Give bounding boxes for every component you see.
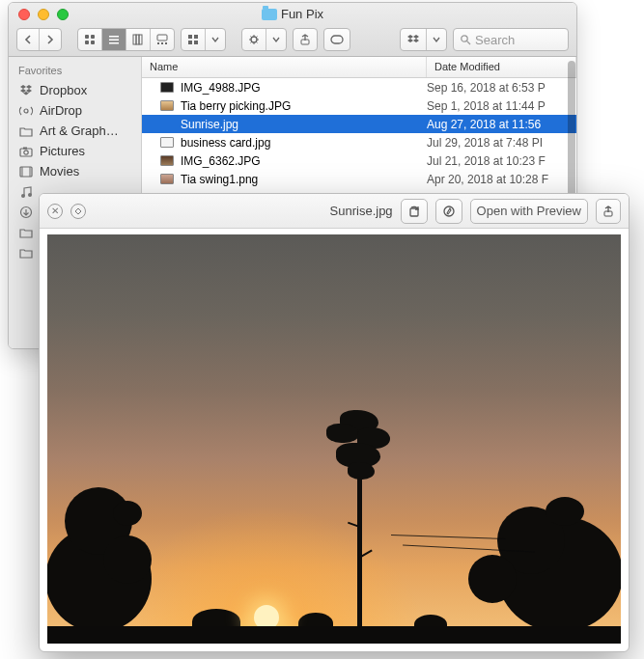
arrange-menu[interactable] — [181, 28, 226, 51]
sidebar-heading: Favorites — [9, 63, 141, 80]
titlebar: Fun Pix — [9, 3, 576, 57]
sidebar-item-label: Pictures — [40, 144, 85, 158]
fullscreen-button[interactable] — [70, 204, 86, 219]
rotate-icon — [407, 205, 421, 218]
dropbox-menu[interactable] — [400, 28, 447, 51]
share-icon — [299, 34, 311, 45]
svg-line-22 — [467, 41, 470, 44]
gear-icon — [248, 34, 260, 45]
window-title-text: Fun Pix — [281, 7, 323, 21]
markup-button[interactable] — [435, 199, 462, 224]
svg-point-30 — [21, 194, 25, 198]
svg-rect-15 — [194, 35, 198, 39]
file-thumb-icon — [159, 81, 175, 95]
file-thumb-icon — [159, 154, 175, 168]
action-menu[interactable] — [241, 28, 287, 51]
column-headers: Name Date Modified — [142, 57, 576, 78]
quicklook-image — [47, 234, 621, 644]
toolbar: Search — [16, 26, 569, 53]
scrollbar[interactable] — [568, 61, 575, 215]
camera-icon — [18, 145, 34, 158]
file-thumb-icon — [159, 136, 175, 150]
file-name: Tia berry picking.JPG — [181, 99, 427, 113]
column-date[interactable]: Date Modified — [427, 57, 576, 77]
sidebar-item-airdrop[interactable]: AirDrop — [9, 100, 141, 121]
svg-rect-1 — [91, 35, 95, 39]
svg-rect-10 — [157, 35, 167, 41]
close-button[interactable]: ✕ — [47, 204, 63, 219]
file-row[interactable]: Tia swing1.pngApr 20, 2018 at 10:28 F — [142, 170, 576, 188]
svg-rect-13 — [165, 42, 167, 44]
column-view-button[interactable] — [126, 29, 151, 50]
file-name: Tia swing1.png — [181, 173, 427, 186]
share-button[interactable] — [293, 28, 318, 51]
file-name: IMG_6362.JPG — [181, 154, 427, 168]
view-switch — [77, 28, 175, 51]
svg-rect-3 — [91, 41, 95, 44]
sidebar-item-dropbox[interactable]: Dropbox — [9, 80, 141, 100]
file-name: business card.jpg — [181, 136, 427, 150]
svg-rect-4 — [109, 36, 119, 38]
file-row[interactable]: business card.jpgJul 29, 2018 at 7:48 PI — [142, 133, 576, 151]
quicklook-filename: Sunrise.jpg — [330, 204, 393, 218]
sidebar-item-movies[interactable]: Movies — [9, 161, 141, 181]
svg-rect-11 — [157, 42, 159, 44]
search-icon — [460, 34, 471, 45]
dropbox-icon — [18, 84, 34, 97]
svg-rect-12 — [161, 42, 163, 44]
sidebar-item-label: AirDrop — [40, 103, 82, 118]
file-row[interactable]: IMG_6362.JPGJul 21, 2018 at 10:23 F — [142, 151, 576, 170]
column-name[interactable]: Name — [142, 57, 427, 77]
svg-point-25 — [24, 150, 28, 153]
film-icon — [18, 165, 34, 178]
sidebar-item-art[interactable]: Art & Graph… — [9, 121, 141, 141]
tree-silhouette-right — [468, 497, 621, 632]
file-row[interactable]: IMG_4988.JPGSep 16, 2018 at 6:53 P — [142, 78, 576, 96]
airdrop-icon — [18, 104, 34, 118]
file-thumb-icon — [159, 99, 175, 113]
sidebar-item-pictures[interactable]: Pictures — [9, 141, 141, 161]
forward-button[interactable] — [40, 29, 61, 50]
open-with-label: Open with Preview — [477, 204, 581, 218]
file-date: Sep 1, 2018 at 11:44 P — [427, 99, 576, 113]
nav-back-forward — [16, 28, 62, 51]
close-icon: ✕ — [51, 206, 59, 216]
sidebar-item-label: Dropbox — [40, 83, 87, 97]
tags-button[interactable] — [323, 28, 350, 51]
sidebar-item-label: Art & Graph… — [40, 124, 119, 138]
open-with-button[interactable]: Open with Preview — [470, 199, 588, 224]
back-button[interactable] — [17, 29, 40, 50]
tree-silhouette-center — [357, 427, 362, 630]
svg-point-21 — [462, 36, 467, 41]
file-date: Aug 27, 2018 at 11:56 — [427, 118, 576, 131]
share-icon — [602, 206, 614, 217]
svg-rect-2 — [85, 41, 89, 44]
file-thumb-icon — [159, 173, 175, 186]
gallery-view-button[interactable] — [151, 29, 174, 50]
file-name: Sunrise.jpg — [181, 118, 427, 131]
file-date: Sep 16, 2018 at 6:53 P — [427, 81, 576, 95]
window-title: Fun Pix — [9, 7, 576, 21]
svg-rect-6 — [109, 42, 119, 44]
quicklook-toolbar: ✕ Sunrise.jpg Open with Preview — [40, 194, 629, 229]
dropbox-icon — [406, 34, 420, 45]
share-button[interactable] — [596, 199, 621, 224]
file-row[interactable]: Tia berry picking.JPGSep 1, 2018 at 11:4… — [142, 96, 576, 115]
file-date: Jul 21, 2018 at 10:23 F — [427, 154, 576, 168]
rotate-button[interactable] — [401, 199, 428, 224]
svg-rect-14 — [188, 35, 192, 39]
icon-view-button[interactable] — [78, 29, 102, 50]
list-view-button[interactable] — [102, 29, 126, 50]
search-placeholder: Search — [475, 33, 515, 47]
search-field[interactable]: Search — [453, 28, 569, 51]
folder-outline-icon — [18, 246, 34, 260]
quicklook-window: ✕ Sunrise.jpg Open with Preview — [39, 193, 630, 652]
svg-rect-24 — [20, 149, 32, 156]
folder-icon — [262, 9, 277, 20]
tag-icon — [330, 35, 344, 44]
file-thumb-icon — [159, 118, 175, 131]
music-icon — [18, 185, 34, 199]
svg-rect-9 — [139, 35, 142, 44]
file-date: Apr 20, 2018 at 10:28 F — [427, 173, 576, 186]
file-row[interactable]: Sunrise.jpgAug 27, 2018 at 11:56 — [142, 115, 576, 133]
